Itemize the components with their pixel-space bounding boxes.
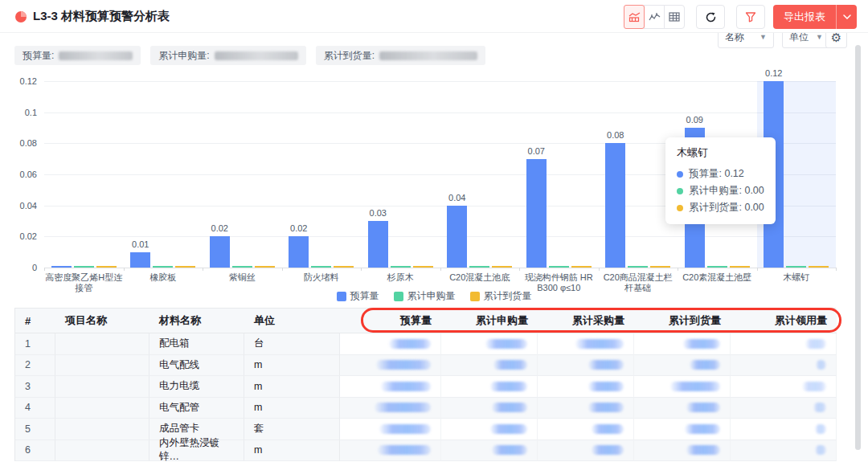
stat-label: 累计申购量: bbox=[158, 49, 209, 63]
tooltip-title: 木螺钉 bbox=[677, 145, 764, 160]
column-header: 材料名称 bbox=[149, 309, 244, 333]
stat-pill: 预算量: bbox=[14, 46, 141, 65]
chart-tooltip: 木螺钉 预算量: 0.12累计申购量: 0.00累计到货量: 0.00 bbox=[665, 137, 776, 224]
chart-type-switcher bbox=[624, 5, 685, 29]
bar-累计申购量[interactable] bbox=[786, 266, 806, 268]
refresh-button[interactable] bbox=[696, 5, 725, 29]
redacted-value bbox=[490, 424, 527, 434]
redacted-value bbox=[588, 403, 624, 412]
bar-累计到货量[interactable] bbox=[96, 266, 117, 268]
redacted-value-cell bbox=[538, 376, 634, 398]
table-row: 6内外壁热浸镀锌…m bbox=[15, 440, 835, 462]
bar-value-label: 0.12 bbox=[750, 68, 798, 78]
project-name-cell bbox=[55, 398, 149, 419]
x-axis-category-label: 紫铜丝 bbox=[203, 272, 282, 283]
bar-累计到货量[interactable] bbox=[413, 266, 433, 268]
export-report-button[interactable]: 导出报表 bbox=[773, 5, 836, 29]
redacted-value bbox=[685, 424, 720, 434]
column-header: 累计采购量 bbox=[538, 309, 634, 333]
bar-预算量[interactable] bbox=[289, 236, 309, 268]
column-header: 单位 bbox=[244, 309, 340, 333]
bar-累计到货量[interactable] bbox=[175, 266, 195, 268]
tooltip-items: 预算量: 0.12累计申购量: 0.00累计到货量: 0.00 bbox=[677, 166, 764, 216]
bar-累计申购量[interactable] bbox=[74, 266, 94, 268]
redacted-value-cell bbox=[441, 355, 538, 377]
filter-button[interactable] bbox=[736, 5, 765, 29]
y-axis-tick-label: 0.12 bbox=[0, 76, 37, 86]
legend-swatch bbox=[337, 292, 346, 301]
redacted-stat-value bbox=[215, 51, 298, 60]
legend-item[interactable]: 累计申购量 bbox=[394, 289, 456, 303]
bar-累计到货量[interactable] bbox=[334, 266, 354, 268]
bar-累计到货量[interactable] bbox=[255, 266, 275, 268]
x-axis-category-label: 木螺钉 bbox=[757, 272, 837, 283]
redacted-value-cell bbox=[441, 376, 538, 398]
x-axis-tick bbox=[361, 268, 362, 271]
unit-cell: m bbox=[244, 440, 340, 462]
legend-item[interactable]: 预算量 bbox=[337, 289, 379, 303]
material-name-cell: 内外壁热浸镀锌… bbox=[149, 440, 244, 462]
tooltip-item: 累计到货量: 0.00 bbox=[677, 199, 764, 216]
pie-chart-icon bbox=[14, 10, 27, 23]
redacted-value-cell bbox=[731, 355, 837, 377]
redacted-value-cell bbox=[538, 419, 634, 440]
bar-累计到货量[interactable] bbox=[571, 266, 592, 268]
legend-item[interactable]: 累计到货量 bbox=[470, 289, 532, 303]
row-index-cell: 3 bbox=[15, 376, 55, 398]
redacted-value-cell bbox=[340, 398, 441, 419]
bar-累计申购量[interactable] bbox=[549, 266, 569, 268]
unit-cell: m bbox=[244, 398, 340, 419]
bar-累计申购量[interactable] bbox=[707, 266, 727, 268]
bar-累计申购量[interactable] bbox=[469, 266, 489, 268]
export-dropdown-button[interactable] bbox=[836, 5, 857, 29]
redacted-value bbox=[592, 445, 624, 455]
x-axis-category-label: C20素混凝土池壁 bbox=[678, 272, 757, 283]
bar-累计申购量[interactable] bbox=[391, 266, 411, 268]
bar-累计申购量[interactable] bbox=[311, 266, 331, 268]
redacted-value-cell bbox=[538, 355, 634, 377]
bar-累计到货量[interactable] bbox=[492, 266, 512, 268]
bar-chart-icon bbox=[628, 12, 641, 22]
redacted-value-cell bbox=[731, 333, 837, 355]
redacted-value-cell bbox=[634, 398, 731, 419]
series-color-dot bbox=[677, 188, 683, 194]
bar-预算量[interactable] bbox=[447, 206, 467, 268]
bar-value-label: 0.09 bbox=[670, 115, 719, 125]
redacted-value-cell bbox=[731, 419, 837, 440]
bar-预算量[interactable] bbox=[368, 221, 388, 268]
bar-预算量[interactable] bbox=[130, 252, 150, 268]
legend-label: 累计申购量 bbox=[407, 289, 456, 303]
summary-stats: 预算量:累计申购量:累计到货量: bbox=[14, 46, 485, 65]
bar-累计到货量[interactable] bbox=[809, 266, 829, 268]
bar-累计申购量[interactable] bbox=[232, 266, 252, 268]
unit-cell: 台 bbox=[244, 333, 340, 355]
redacted-value bbox=[815, 445, 826, 455]
redacted-value-cell bbox=[634, 440, 731, 462]
bar-累计到货量[interactable] bbox=[730, 266, 750, 268]
vertical-scrollbar-thumb[interactable] bbox=[855, 45, 861, 450]
line-chart-view-button[interactable] bbox=[644, 5, 665, 29]
x-axis-category-label: 橡胶板 bbox=[124, 272, 203, 283]
bar-累计申购量[interactable] bbox=[153, 266, 173, 268]
line-chart-icon bbox=[649, 12, 661, 22]
redacted-value bbox=[493, 360, 527, 370]
bar-累计到货量[interactable] bbox=[650, 266, 670, 268]
redacted-value bbox=[690, 360, 720, 370]
bar-预算量[interactable] bbox=[210, 236, 230, 268]
bar-累计申购量[interactable] bbox=[628, 266, 648, 268]
project-name-cell bbox=[55, 333, 149, 355]
bar-预算量[interactable] bbox=[605, 143, 625, 268]
table-row: 1配电箱台 bbox=[15, 333, 835, 355]
bar-预算量[interactable] bbox=[51, 266, 72, 268]
redacted-value bbox=[575, 339, 624, 349]
bar-预算量[interactable] bbox=[526, 159, 547, 268]
x-axis-category-label: C20混凝土池底 bbox=[440, 272, 520, 283]
refresh-icon bbox=[705, 11, 717, 23]
series-color-dot bbox=[677, 171, 683, 178]
redacted-value bbox=[588, 382, 624, 391]
filter-icon bbox=[745, 11, 756, 22]
bar-chart-view-button[interactable] bbox=[624, 5, 645, 29]
redacted-value-cell bbox=[538, 440, 634, 462]
table-view-button[interactable] bbox=[664, 5, 685, 29]
row-index-cell: 6 bbox=[15, 440, 55, 462]
